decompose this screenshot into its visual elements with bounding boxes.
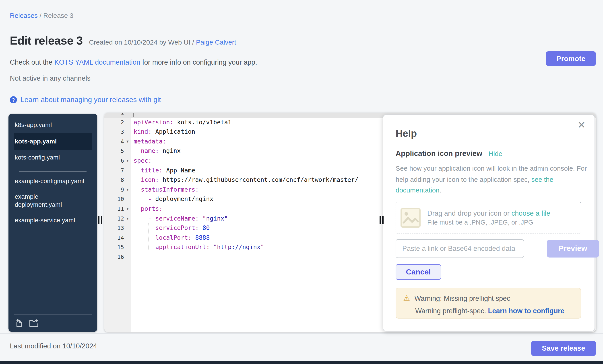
sidebar-footer [14,315,92,328]
line-number: 8 [104,175,124,185]
sidebar-file-example-service.yaml[interactable]: example-service.yaml [14,212,85,228]
icon-dropzone[interactable]: Drag and drop your icon or choose a file… [396,202,581,233]
icon-preview-description: See how your application icon will look … [396,163,588,196]
title-row: Edit release 3 Created on 10/10/2024 by … [10,34,236,48]
sidebar-file-example-deployment.yaml[interactable]: example-deployment.yaml [14,189,85,212]
line-number: 4 [104,137,124,146]
sidebar-file-example-configmap.yaml[interactable]: example-configmap.yaml [14,173,85,189]
icon-url-input[interactable] [396,239,524,258]
promote-button[interactable]: Promote [546,51,596,66]
fold-arrow-icon[interactable]: ▼ [124,204,131,214]
fold-arrow-icon[interactable]: ▼ [124,214,131,223]
line-number: 5 [104,146,124,156]
page-title: Edit release 3 [10,34,83,48]
learn-configure-link[interactable]: Learn how to configure [488,307,564,315]
fold-arrow-icon[interactable]: ▼ [124,185,131,195]
line-number: 13 [104,223,124,233]
hide-link[interactable]: Hide [489,150,502,157]
kots-yaml-docs-link[interactable]: KOTS YAML documentation [54,58,140,66]
file-list-divider [19,171,87,171]
created-meta-text: Created on 10/10/2024 by Web UI / [89,38,196,46]
help-panel-resize-handle[interactable] [380,216,385,224]
save-release-button[interactable]: Save release [531,341,596,356]
line-number: 10 [104,195,124,204]
sidebar-file-k8s-app.yaml[interactable]: k8s-app.yaml [14,117,85,133]
dropzone-requirements: File must be a .PNG, .JPEG, or .JPG [427,219,550,226]
line-number: 9 [104,185,124,195]
dropzone-text: Drag and drop your icon or choose a file… [427,210,550,226]
line-number: 6 [104,156,124,165]
preview-button[interactable]: Preview [547,240,599,257]
image-placeholder-icon [401,208,421,227]
sidebar-file-kots-app.yaml[interactable]: kots-app.yaml [14,133,92,150]
fold-arrow-icon[interactable]: ▼ [124,156,131,165]
bottom-strip [0,361,603,364]
text-cursor [133,113,134,117]
last-modified-text: Last modified on 10/10/2024 [10,342,97,350]
breadcrumb: Releases / Release 3 [10,11,73,19]
help-panel-title: Help [396,128,417,139]
indent-guide [148,223,149,252]
line-number: 3 [104,127,124,137]
warning-detail: Warning preflight-spec. Learn how to con… [415,307,574,315]
docs-info-suffix: for more info on configuring your app. [140,58,257,66]
dropzone-line1-text: Drag and drop your icon or [427,210,511,217]
question-circle-icon: ? [10,96,17,103]
docs-info-line: Check out the KOTS YAML documentation fo… [10,58,257,66]
file-sidebar: k8s-app.yamlkots-app.yamlkots-config.yam… [9,114,97,332]
author-link[interactable]: Paige Calvert [196,38,236,46]
new-file-icon[interactable] [15,319,24,328]
icon-url-row: Preview [396,239,524,258]
icon-preview-section-header: Application icon preview Hide [396,149,502,158]
cancel-button[interactable]: Cancel [396,264,441,280]
line-number: 1 [104,113,124,117]
line-number: 15 [104,243,124,252]
footer-divider [0,333,603,334]
git-help-row: ? Learn about managing your releases wit… [10,96,161,104]
line-number: 2 [104,117,124,127]
docs-info-prefix: Check out the [10,58,54,66]
icon-preview-description-period: . [440,186,441,194]
line-number: 14 [104,233,124,242]
git-releases-link[interactable]: Learn about managing your releases with … [21,96,161,104]
line-number: 16 [104,252,124,262]
line-number: 12 [104,214,124,223]
file-list: k8s-app.yamlkots-app.yamlkots-config.yam… [14,117,92,228]
close-icon[interactable]: ✕ [577,120,586,130]
icon-preview-description-text: See how your application icon will look … [396,165,587,183]
new-folder-icon[interactable] [29,319,39,328]
icon-preview-title: Application icon preview [396,149,482,158]
preflight-warning-box: ⚠ Warning: Missing preflight spec Warnin… [396,288,581,319]
sidebar-file-kots-config.yaml[interactable]: kots-config.yaml [14,150,85,165]
created-meta: Created on 10/10/2024 by Web UI / Paige … [89,38,236,46]
sidebar-resize-handle[interactable] [98,216,104,224]
line-number: 11 [104,204,124,214]
breadcrumb-current: / Release 3 [38,11,73,19]
line-number: 7 [104,165,124,175]
choose-file-link[interactable]: choose a file [511,210,550,217]
channel-status: Not active in any channels [10,74,91,82]
breadcrumb-releases-link[interactable]: Releases [10,11,38,19]
edit-release-page: Releases / Release 3 Edit release 3 Crea… [0,0,603,364]
warning-title: Warning: Missing preflight spec [415,294,510,302]
fold-arrow-icon[interactable]: ▼ [124,137,131,146]
warning-triangle-icon: ⚠ [403,294,410,303]
warning-detail-text: Warning preflight-spec. [415,307,488,315]
help-panel: ✕ Help Application icon preview Hide See… [383,114,595,331]
